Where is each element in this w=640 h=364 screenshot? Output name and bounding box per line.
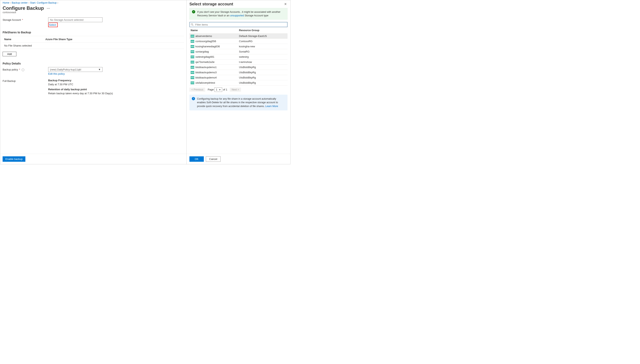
storage-account-row[interactable]: blobbackupdemo3UtsBlobBkpRg <box>189 70 288 75</box>
storage-account-rg: UtsBlobBkpRg <box>239 66 256 69</box>
chevron-down-icon: ▼ <box>98 68 101 71</box>
breadcrumb-home[interactable]: Home <box>3 2 9 4</box>
storage-account-name: swtestrgdiag481 <box>195 55 214 58</box>
storage-account-name: kosinghanewdiag636 <box>195 45 220 48</box>
fileshares-col-name: Name <box>4 38 45 41</box>
storage-account-rg: Default-Storage-EastUS <box>239 34 267 38</box>
storage-account-icon <box>191 56 194 58</box>
policy-details-heading: Policy Details <box>3 62 184 65</box>
ok-message: ✓ If you don't see your Storage Accounts… <box>189 8 288 20</box>
storage-account-rg: t-iwrinshow <box>239 60 252 64</box>
unsupported-link[interactable]: unsupported <box>230 14 244 17</box>
select-storage-account-link[interactable]: Select <box>49 23 56 26</box>
more-actions-button[interactable]: ⋯ <box>47 6 50 10</box>
chevron-right-icon: › <box>28 2 29 4</box>
add-fileshare-button[interactable]: Add <box>3 52 17 56</box>
edit-policy-link[interactable]: Edit this policy <box>48 72 65 75</box>
storage-account-row[interactable]: swtestrgdiag481swtestrg <box>189 54 288 60</box>
cancel-button[interactable]: Cancel <box>206 156 221 162</box>
panel-title: Select storage account <box>189 2 233 6</box>
backup-frequency-value: Daily at 7:30 PM UTC <box>48 82 184 86</box>
storage-account-name: contosorgdiag556 <box>195 40 216 43</box>
storage-account-row[interactable]: kosinghanewdiag636kosingha-new <box>189 44 288 49</box>
close-icon[interactable]: ✕ <box>283 2 288 6</box>
search-icon <box>191 23 194 26</box>
storage-account-name: blobbackupdemo3 <box>195 71 217 74</box>
storage-account-row[interactable]: utsfailoverpitrtestUtsBlobBkpRg <box>189 80 288 86</box>
storage-account-icon <box>191 50 194 53</box>
page-number: 1 <box>216 88 217 91</box>
learn-more-link[interactable]: Learn More <box>265 105 278 108</box>
svg-line-1 <box>193 25 193 26</box>
sa-col-name: Name <box>191 29 239 32</box>
storage-account-rg: kosingha-new <box>239 45 255 48</box>
page-select[interactable]: 1 ▼ <box>214 88 222 92</box>
storage-account-icon <box>191 66 194 69</box>
storage-account-name: qa73omwib2a3e <box>195 60 214 64</box>
ok-button[interactable]: OK <box>189 156 204 162</box>
breadcrumb-configure-backup[interactable]: Start: Configure Backup <box>30 2 57 4</box>
backup-policy-label: Backup policy <box>3 68 18 71</box>
filter-input[interactable] <box>195 23 286 26</box>
breadcrumb: Home › Backup center › Start: Configure … <box>0 0 186 4</box>
storage-account-row[interactable]: contosorgdiag556ContosoRG <box>189 39 288 44</box>
enable-backup-button[interactable]: Enable backup <box>3 156 25 162</box>
full-backup-label: Full Backup <box>3 78 48 82</box>
storage-account-icon <box>191 71 194 74</box>
storage-account-label: Storage Account <box>3 18 21 21</box>
checkmark-icon: ✓ <box>192 10 195 14</box>
next-page-button[interactable]: Next > <box>230 88 241 92</box>
info-icon: i <box>192 97 195 100</box>
storage-account-row[interactable]: qa73omwib2a3et-iwrinshow <box>189 60 288 65</box>
fileshares-empty-text: No File Shares selected <box>3 42 184 49</box>
storage-account-row[interactable]: blobbackupdemo1UtsBlobBkpRg <box>189 65 288 70</box>
retention-label: Retention of daily backup point <box>48 88 184 92</box>
storage-account-icon <box>191 82 194 84</box>
storage-account-name: blobbackupdemo4 <box>195 76 217 79</box>
chevron-right-icon: › <box>57 2 58 4</box>
filter-search-box[interactable] <box>189 22 288 27</box>
storage-account-rg: SoniaRG <box>239 50 250 53</box>
storage-account-name: blobbackupdemo1 <box>195 66 217 69</box>
page-label-pre: Page <box>208 88 214 91</box>
page-label-post: of 1 <box>223 88 227 91</box>
storage-account-row[interactable]: blobbackupdemo4UtsBlobBkpRg <box>189 75 288 80</box>
svg-point-0 <box>191 24 193 25</box>
storage-account-icon <box>191 35 194 38</box>
storage-account-input[interactable] <box>48 17 103 22</box>
backup-policy-value: (new) DailyPolicy-kup11qkl <box>50 68 81 71</box>
chevron-right-icon: › <box>10 2 11 4</box>
storage-account-row[interactable]: soniargdiagSoniaRG <box>189 49 288 54</box>
sa-col-rg: Resource Group <box>239 29 259 32</box>
info-icon[interactable]: i <box>22 68 24 71</box>
storage-account-icon <box>191 61 194 64</box>
storage-account-rg: swtestrg <box>239 55 249 58</box>
fileshares-heading: FileShares to Backup <box>3 31 184 34</box>
prev-page-button[interactable]: < Previous <box>189 88 205 92</box>
breadcrumb-backup-center[interactable]: Backup center <box>12 2 28 4</box>
storage-account-row[interactable]: abserverdemoDefault-Storage-EastUS <box>189 34 288 39</box>
storage-account-name: abserverdemo <box>195 34 212 38</box>
storage-account-rg: UtsBlobBkpRg <box>239 81 256 84</box>
storage-account-rg: ContosoRG <box>239 40 253 43</box>
required-asterisk: * <box>19 68 20 71</box>
vault-name-subtitle: contosovault <box>0 11 186 16</box>
backup-frequency-label: Backup Frequency <box>48 78 184 82</box>
required-asterisk: * <box>22 18 23 21</box>
ok-message-text-post: Storage Account type <box>245 14 268 17</box>
storage-account-icon <box>191 40 194 43</box>
storage-account-rg: UtsBlobBkpRg <box>239 76 256 79</box>
fileshares-col-type: Azure File Share Type <box>45 38 72 41</box>
retention-value: Retain backup taken every day at 7:30 PM… <box>48 92 184 96</box>
storage-account-rg: UtsBlobBkpRg <box>239 71 256 74</box>
storage-account-name: utsfailoverpitrtest <box>195 81 215 84</box>
chevron-down-icon: ▼ <box>219 89 221 91</box>
storage-account-icon <box>191 76 194 79</box>
info-message: i Configuring backup for any file share … <box>189 95 288 110</box>
backup-policy-select[interactable]: (new) DailyPolicy-kup11qkl ▼ <box>48 67 103 72</box>
page-title: Configure Backup <box>3 6 44 11</box>
storage-account-icon <box>191 45 194 48</box>
storage-account-name: soniargdiag <box>195 50 209 53</box>
